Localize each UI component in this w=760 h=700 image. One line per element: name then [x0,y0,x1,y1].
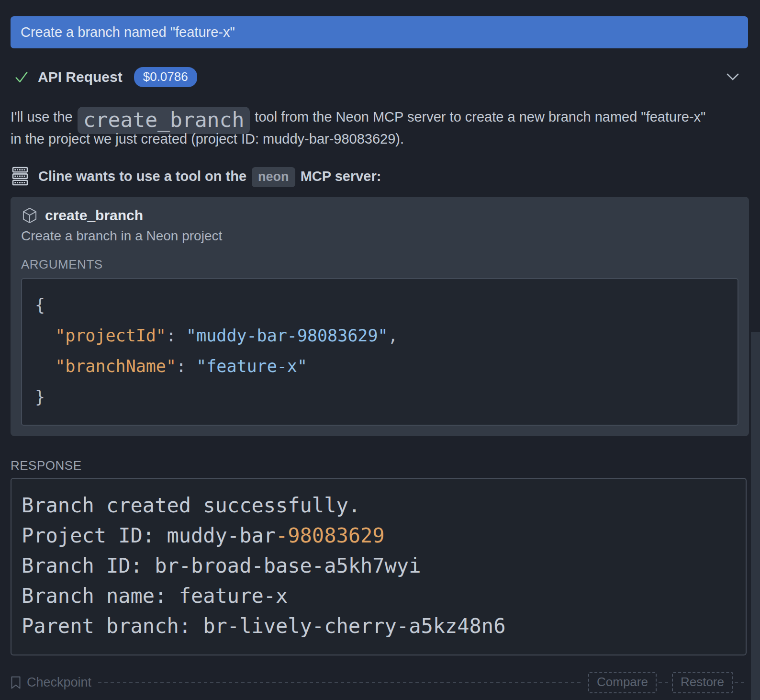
code-line: { [35,290,725,320]
intro-text-before: I'll use the [11,109,77,124]
response-code-block: Branch created successfully.Project ID: … [11,478,747,655]
bookmark-icon [11,676,21,689]
api-cost-badge: $0.0786 [134,67,197,87]
user-message: Create a branch named "feature-x" [11,16,748,48]
tool-card-header: create_branch [21,207,738,224]
code-line: Project ID: muddy-bar-98083629 [22,520,736,551]
tool-use-header: Cline wants to use a tool on the neon MC… [11,167,748,186]
api-request-header-1[interactable]: API Request $0.0786 [11,67,748,87]
scrollbar-thumb[interactable] [751,332,760,700]
checkpoint-label: Checkpoint [27,675,91,690]
chevron-down-icon[interactable] [726,73,739,81]
code-line: Parent branch: br-lively-cherry-a5kz48n6 [22,611,736,641]
mcp-server-name-chip: neon [252,167,295,187]
api-request-left: API Request $0.0786 [11,67,726,87]
arguments-code-block: { "projectId": "muddy-bar-98083629", "br… [21,278,738,426]
tool-request-card: create_branch Create a branch in a Neon … [11,197,749,436]
arguments-label: ARGUMENTS [21,257,738,272]
checkpoint-divider [98,682,581,683]
compare-button[interactable]: Compare [588,672,657,693]
user-message-text: Create a branch named "feature-x" [21,24,235,40]
code-line: Branch ID: br-broad-base-a5kh7wyi [22,551,736,581]
chat-view: Create a branch named "feature-x" API Re… [0,0,760,700]
code-line: Branch name: feature-x [22,581,736,611]
tool-header-text: Cline wants to use a tool on the neon MC… [38,169,381,184]
tool-description: Create a branch in a Neon project [21,228,738,244]
check-icon [13,69,30,85]
assistant-message: I'll use the create_branch tool from the… [11,106,718,149]
code-line: Branch created successfully. [22,490,736,520]
checkpoint-row: Checkpoint Compare Restore [11,672,748,693]
cube-icon [22,207,37,224]
restore-button[interactable]: Restore [672,672,733,693]
api-request-label: API Request [38,69,123,85]
code-line: "projectId": "muddy-bar-98083629", [35,320,725,351]
checkpoint-divider-tail [735,682,746,683]
response-label: RESPONSE [11,458,748,473]
code-line: "branchName": "feature-x" [35,351,725,382]
code-line: } [35,382,725,412]
tool-name: create_branch [45,207,143,224]
checkpoint-divider-gap [659,682,670,683]
inline-code-create-branch: create_branch [78,107,250,134]
server-icon [12,167,28,186]
